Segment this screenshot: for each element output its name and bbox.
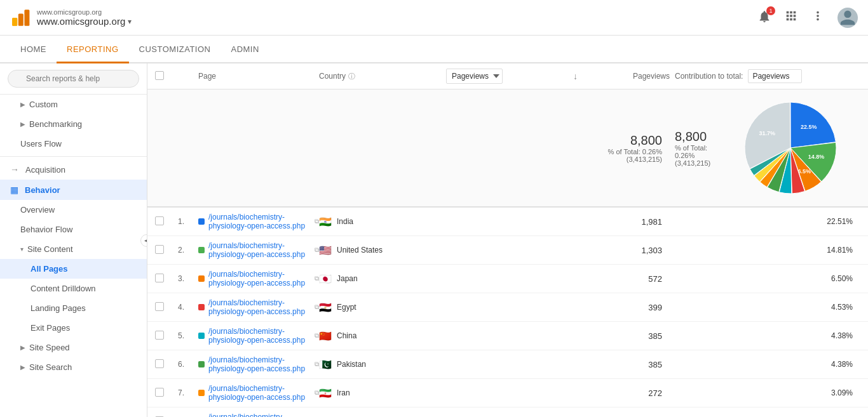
row-ext-icon-5[interactable]: ⧉ — [315, 361, 319, 368]
sort-button[interactable]: ↓ — [573, 71, 578, 81]
row-pct-0: 22.51% — [670, 217, 860, 226]
header-page-col: Page — [198, 72, 319, 81]
sidebar-item-site-search[interactable]: ▶ Site Search — [0, 357, 147, 377]
sidebar-item-site-speed[interactable]: ▶ Site Speed — [0, 338, 147, 357]
row-page-link-1[interactable]: /journals/biochemistry-physiology-open-a… — [208, 241, 311, 259]
row-pageviews-3: 399 — [593, 303, 670, 312]
search-input[interactable] — [8, 70, 139, 88]
row-pct-5: 4.38% — [670, 360, 860, 369]
row-page-link-3[interactable]: /journals/biochemistry-physiology-open-a… — [208, 298, 311, 316]
row-color-dot-4 — [198, 333, 205, 339]
sidebar-acquisition-label: Acquisition — [25, 165, 65, 175]
site-search-expand-icon: ▶ — [20, 364, 25, 371]
row-page-link-5[interactable]: /journals/biochemistry-physiology-open-a… — [208, 355, 311, 373]
row-ext-icon-3[interactable]: ⧉ — [315, 303, 319, 311]
row-page-link-6[interactable]: /journals/biochemistry-physiology-open-a… — [208, 384, 311, 402]
sidebar-site-search-label: Site Search — [29, 362, 72, 372]
row-page-link-7[interactable]: /journals/biochemistry-physiology-open-a… — [208, 413, 311, 417]
row-ext-icon-4[interactable]: ⧉ — [315, 332, 319, 340]
row-page-cell-2: /journals/biochemistry-physiology-open-a… — [198, 270, 319, 288]
notification-button[interactable]: 1 — [757, 10, 771, 25]
site-dropdown-icon: ▾ — [128, 17, 132, 26]
row-checkbox-cell — [155, 274, 178, 284]
row-ext-icon-1[interactable]: ⧉ — [315, 246, 319, 254]
sidebar-behavior-flow-label: Behavior Flow — [20, 225, 72, 234]
pie-chart-container: 22.5%14.8%6.5%31.7% — [721, 97, 860, 199]
total-pageviews: 8,800 — [593, 133, 662, 148]
site-url-main[interactable]: www.omicsgroup.org ▾ — [37, 16, 132, 27]
sidebar-item-behavior[interactable]: ▦ Behavior — [0, 180, 147, 200]
sidebar-item-all-pages[interactable]: All Pages — [0, 259, 147, 279]
sidebar-item-site-content[interactable]: ▾ Site Content — [0, 239, 147, 259]
sidebar-item-benchmarking[interactable]: ▶ Benchmarking — [0, 114, 147, 134]
row-pct-2: 6.50% — [670, 274, 860, 283]
sidebar-item-exit-pages[interactable]: Exit Pages — [0, 318, 147, 338]
notification-badge: 1 — [766, 6, 775, 15]
row-pageviews-0: 1,981 — [593, 217, 670, 227]
sidebar-item-content-drilldown[interactable]: Content Drilldown — [0, 279, 147, 298]
totals-chart-col: 8,800 % of Total: 0.26% (3,413,215) 22.5… — [670, 97, 860, 199]
row-rank-3: 4. — [178, 303, 198, 312]
country-info-icon[interactable]: ⓘ — [348, 72, 355, 81]
metric-dropdown[interactable]: Pageviews Sessions Users — [446, 69, 503, 84]
sidebar-item-custom[interactable]: ▶ Custom — [0, 95, 147, 114]
row-flag-2: 🇯🇵 — [319, 273, 332, 285]
row-country-cell-0: 🇮🇳 India — [319, 216, 446, 228]
apps-button[interactable] — [784, 9, 798, 26]
row-color-dot-1 — [198, 247, 205, 253]
sidebar-item-landing-pages[interactable]: Landing Pages — [0, 298, 147, 318]
top-bar-left: www.omicsgroup.org www.omicsgroup.org ▾ — [10, 8, 132, 28]
row-rank-4: 5. — [178, 331, 198, 340]
table-row: 4. /journals/biochemistry-physiology-ope… — [147, 293, 868, 322]
row-checkbox-2[interactable] — [155, 274, 164, 282]
row-checkbox-3[interactable] — [155, 302, 164, 311]
header-metric-select-col: Pageviews Sessions Users — [446, 69, 573, 84]
row-checkbox-cell — [155, 302, 178, 313]
row-checkbox-6[interactable] — [155, 388, 164, 397]
table-row: 7. /journals/biochemistry-physiology-ope… — [147, 379, 868, 407]
nav-customization[interactable]: CUSTOMIZATION — [129, 37, 221, 63]
row-ext-icon-6[interactable]: ⧉ — [315, 389, 319, 397]
contribution-dropdown[interactable]: Pageviews — [748, 69, 802, 83]
totals-value-col: 8,800 % of Total: 0.26% (3,413,215) — [593, 133, 670, 163]
row-page-link-2[interactable]: /journals/biochemistry-physiology-open-a… — [208, 270, 311, 288]
more-options-button[interactable] — [811, 9, 825, 26]
row-checkbox-cell — [155, 216, 178, 227]
row-checkbox-4[interactable] — [155, 331, 164, 340]
sidebar-item-overview[interactable]: Overview — [0, 200, 147, 220]
table-row: 3. /journals/biochemistry-physiology-ope… — [147, 265, 868, 293]
row-pageviews-5: 385 — [593, 360, 670, 369]
row-page-link-0[interactable]: /journals/biochemistry-physiology-open-a… — [208, 213, 311, 230]
search-box: 🔍 — [0, 63, 147, 95]
row-checkbox-1[interactable] — [155, 245, 164, 254]
svg-rect-3 — [12, 18, 17, 26]
row-pageviews-1: 1,303 — [593, 246, 670, 255]
table-row: 1. /journals/biochemistry-physiology-ope… — [147, 208, 868, 236]
benchmarking-expand-icon: ▶ — [20, 121, 25, 128]
totals-row: 8,800 % of Total: 0.26% (3,413,215) 8,80… — [147, 89, 868, 208]
nav-reporting[interactable]: REPORTING — [57, 37, 129, 63]
sidebar-item-acquisition[interactable]: → Acquisition — [0, 159, 147, 180]
row-country-name-0: India — [337, 217, 353, 226]
row-country-name-4: China — [337, 331, 356, 340]
sidebar-item-users-flow[interactable]: Users Flow — [0, 134, 147, 154]
row-page-cell-1: /journals/biochemistry-physiology-open-a… — [198, 241, 319, 259]
pie-label-2: 6.5% — [798, 168, 811, 175]
row-checkbox-0[interactable] — [155, 216, 164, 225]
row-ext-icon-0[interactable]: ⧉ — [315, 218, 319, 225]
row-page-cell-4: /journals/biochemistry-physiology-open-a… — [198, 327, 319, 345]
row-page-link-4[interactable]: /journals/biochemistry-physiology-open-a… — [208, 327, 311, 345]
sidebar-content-drilldown-label: Content Drilldown — [31, 284, 96, 293]
row-ext-icon-2[interactable]: ⧉ — [315, 275, 319, 282]
nav-admin[interactable]: ADMIN — [220, 37, 269, 63]
nav-home[interactable]: HOME — [10, 37, 57, 63]
user-avatar[interactable] — [837, 8, 858, 28]
sidebar-landing-pages-label: Landing Pages — [31, 303, 86, 313]
row-checkbox-5[interactable] — [155, 359, 164, 368]
sidebar-benchmarking-label: Benchmarking — [29, 119, 82, 129]
row-pct-1: 14.81% — [670, 246, 860, 255]
sidebar-item-behavior-flow[interactable]: Behavior Flow — [0, 220, 147, 239]
total-pct: % of Total: 0.26% — [593, 148, 662, 156]
select-all-checkbox[interactable] — [155, 71, 164, 80]
row-flag-0: 🇮🇳 — [319, 216, 332, 228]
